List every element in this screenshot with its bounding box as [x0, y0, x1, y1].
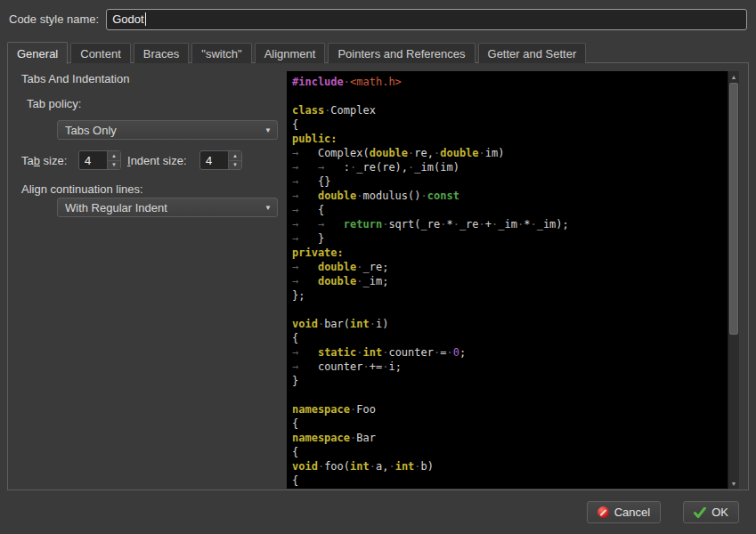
tab-getter-and-setter[interactable]: Getter and Setter — [478, 43, 587, 63]
chevron-down-icon: ▼ — [264, 126, 272, 134]
scrollbar-thumb[interactable] — [729, 83, 738, 335]
code-token-ws: · — [356, 346, 362, 359]
code-token-txt: counter — [318, 360, 363, 373]
code-line: → double·_im; — [292, 274, 728, 288]
code-token-kw: namespace — [292, 432, 350, 444]
code-token-txt: _im — [498, 218, 517, 231]
code-token-kw: void — [292, 318, 318, 330]
code-token-txt: ; — [459, 346, 466, 359]
chevron-down-icon: ▼ — [264, 204, 272, 212]
code-token-ws: · — [446, 346, 452, 359]
label-mnemonic: b — [34, 154, 40, 167]
code-token-ws: · — [479, 218, 485, 231]
code-line: void·bar(int·i) — [292, 317, 728, 331]
code-line: private: — [292, 246, 728, 260]
code-token-txt: bar( — [324, 318, 350, 330]
code-token-txt: _im(im) — [414, 161, 459, 174]
checkmark-icon — [694, 507, 706, 518]
code-token-txt: Foo — [356, 403, 376, 416]
code-line: void·foo(int·a,·int·b) — [292, 459, 728, 473]
label-part: size: — [40, 154, 67, 167]
code-preview-scrollbar[interactable]: ▲ ▼ — [728, 71, 739, 489]
code-token-txt: _re; — [363, 261, 389, 273]
code-line: { — [292, 473, 728, 488]
scroll-down-icon[interactable]: ▼ — [728, 478, 739, 489]
tab-policy-select[interactable]: Tabs Only ▼ — [57, 120, 278, 140]
code-token-txt: { — [292, 118, 298, 131]
align-continuation-label: Align continuation lines: — [21, 182, 143, 196]
code-token-kw: double — [370, 147, 408, 159]
cancel-button[interactable]: Cancel — [587, 501, 661, 523]
code-line — [292, 388, 728, 402]
code-token-kw: int — [350, 318, 370, 330]
tab-content[interactable]: Content — [70, 43, 131, 63]
code-token-txt: * — [446, 218, 452, 231]
code-token-txt: {} — [318, 175, 330, 188]
increment-icon[interactable]: ▲ — [108, 151, 120, 160]
increment-icon[interactable]: ▲ — [229, 151, 241, 160]
code-token-txt: Complex — [330, 104, 376, 117]
code-line: }; — [292, 288, 728, 303]
code-token-txt: _re — [459, 218, 479, 231]
indent-size-spinbox[interactable]: 4 ▲ ▼ — [199, 150, 242, 170]
scroll-up-icon[interactable]: ▲ — [728, 71, 739, 82]
code-token-txt: }; — [292, 289, 305, 302]
code-token-kw: private: — [292, 247, 344, 259]
tab-policy-label: Tab policy: — [27, 97, 81, 110]
code-style-name-input[interactable]: Godot — [106, 9, 747, 30]
code-token-ws: → — [292, 190, 318, 202]
code-line: { — [292, 331, 728, 345]
code-token-txt: : — [344, 161, 350, 174]
code-line: { — [292, 445, 728, 459]
tab-pointers-and-references[interactable]: Pointers and References — [328, 43, 475, 63]
decrement-icon[interactable]: ▼ — [229, 160, 241, 170]
indent-size-spin-buttons: ▲ ▼ — [228, 151, 241, 169]
code-token-num: 0 — [453, 346, 459, 359]
code-style-name-label: Code style name: — [9, 12, 99, 26]
code-token-pp: #include — [292, 76, 344, 88]
code-token-ws: → — [292, 360, 318, 373]
code-token-txt: sqrt(_re — [388, 218, 440, 231]
code-line: } — [292, 374, 728, 388]
code-token-ws: → — [292, 175, 318, 188]
indent-size-value[interactable]: 4 — [200, 151, 228, 169]
decrement-icon[interactable]: ▼ — [108, 160, 120, 170]
code-token-ws: → — [292, 232, 318, 245]
code-line — [292, 89, 728, 103]
tab-general[interactable]: General — [7, 42, 68, 64]
code-line: → { — [292, 203, 728, 217]
dialog-button-row: Cancel OK — [587, 501, 739, 523]
code-token-txt: { — [292, 446, 298, 458]
code-token-txt: i) — [376, 318, 388, 330]
tab-alignment[interactable]: Alignment — [255, 43, 326, 63]
tab-braces[interactable]: Braces — [134, 43, 189, 63]
align-continuation-select[interactable]: With Regular Indent ▼ — [57, 198, 278, 217]
code-token-txt: { — [318, 204, 324, 216]
code-token-txt: modulus() — [363, 190, 421, 202]
ok-button[interactable]: OK — [683, 501, 739, 523]
tab-size-spinbox[interactable]: 4 ▲ ▼ — [78, 150, 121, 170]
code-token-txt: _im); — [537, 218, 569, 231]
text-cursor — [145, 12, 146, 26]
code-line: → → :·_re(re),·_im(im) — [292, 160, 728, 174]
tab-switch[interactable]: "switch" — [191, 43, 251, 63]
general-tab-page: Tabs And Indentation Tab policy: Tabs On… — [7, 62, 749, 490]
code-token-ws: · — [362, 360, 369, 373]
code-token-kw: double — [440, 147, 478, 159]
code-token-txt: i; — [388, 360, 401, 373]
code-token-kw: static — [318, 346, 356, 359]
code-token-ws: · — [370, 460, 376, 473]
code-token-ws: · — [356, 275, 362, 287]
ok-button-label: OK — [711, 506, 728, 519]
code-token-ws: · — [453, 218, 459, 231]
code-token-ws: → → — [292, 218, 344, 231]
code-line: → double·_re; — [292, 260, 728, 274]
code-token-kw: int — [395, 460, 415, 473]
code-token-kw: class — [292, 104, 324, 117]
tab-size-value[interactable]: 4 — [79, 151, 107, 169]
code-token-txt: a, — [376, 460, 388, 473]
code-token-txt: } — [292, 375, 298, 387]
code-lines: #include·<math.h> class·Complex{public:→… — [287, 71, 728, 489]
code-token-txt: _im; — [363, 275, 389, 287]
section-title: Tabs And Indentation — [21, 72, 129, 85]
